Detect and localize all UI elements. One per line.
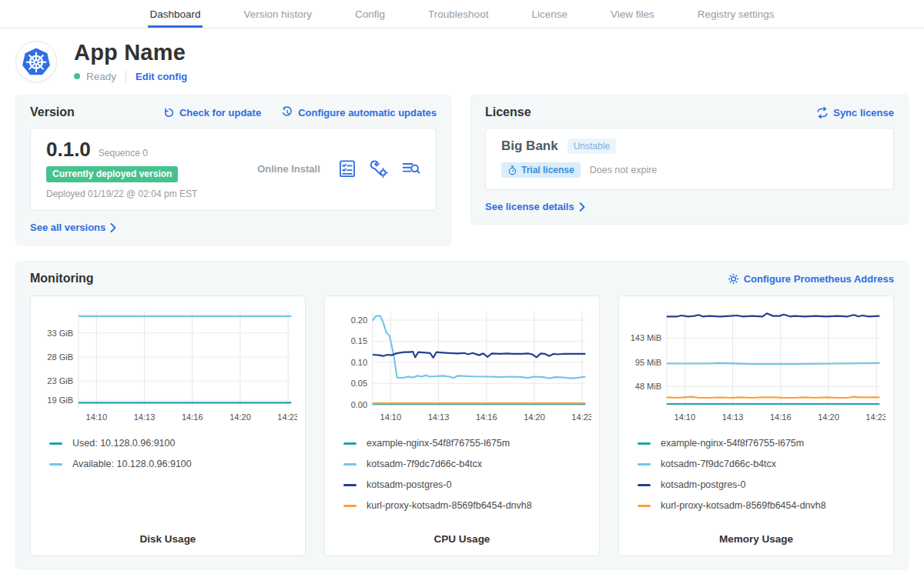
tab-license[interactable]: License <box>530 0 569 28</box>
svg-text:14:16: 14:16 <box>476 412 497 422</box>
legend-label: kotsadm-7f9dc7d66c-b4tcx <box>661 459 776 469</box>
chevron-right-icon <box>579 202 585 212</box>
status-text: Ready <box>86 71 116 82</box>
svg-text:14:10: 14:10 <box>675 412 696 422</box>
legend-item: Available: 10.128.0.96:9100 <box>49 459 297 469</box>
svg-text:14:10: 14:10 <box>86 412 108 422</box>
legend-item: kotsadm-7f9dc7d66c-b4tcx <box>343 459 591 469</box>
app-header: App Name Ready Edit config <box>0 28 924 93</box>
tab-registry-settings[interactable]: Registry settings <box>696 0 776 28</box>
disk-usage-chart-title: Disk Usage <box>38 533 297 545</box>
sync-license-link[interactable]: Sync license <box>816 107 894 118</box>
svg-text:14:16: 14:16 <box>770 412 792 422</box>
svg-text:14:13: 14:13 <box>722 412 744 422</box>
legend-label: kurl-proxy-kotsadm-8569fb6454-dnvh8 <box>367 500 532 511</box>
svg-text:14:20: 14:20 <box>524 412 545 422</box>
legend-item: example-nginx-54f8f76755-l675m <box>638 438 886 449</box>
legend-color-dash <box>638 442 651 445</box>
legend-label: kotsadm-postgres-0 <box>661 479 745 490</box>
svg-text:33 GiB: 33 GiB <box>47 329 73 338</box>
current-version-row: 0.1.0 Sequence 0 Currently deployed vers… <box>30 128 437 211</box>
svg-text:14:10: 14:10 <box>380 412 402 422</box>
legend-label: example-nginx-54f8f76755-l675m <box>661 438 804 449</box>
see-license-details-link[interactable]: See license details <box>485 201 585 212</box>
sync-license-label: Sync license <box>833 107 894 118</box>
svg-text:14:13: 14:13 <box>428 412 450 422</box>
legend-item: Used: 10.128.0.96:9100 <box>49 438 297 449</box>
check-for-update-link[interactable]: Check for update <box>163 106 261 118</box>
configure-prometheus-link[interactable]: Configure Prometheus Address <box>728 273 894 285</box>
currently-deployed-badge: Currently deployed version <box>46 166 178 182</box>
license-summary-row: Big Bank Unstable Trial license Does not… <box>485 128 894 190</box>
trial-license-label: Trial license <box>521 165 574 175</box>
preflight-checks-icon[interactable] <box>339 159 356 178</box>
disk-usage-chart-card: 14:1014:1314:1614:2014:2333 GiB28 GiB23 … <box>30 295 306 556</box>
status-dot <box>74 73 80 79</box>
svg-text:14:20: 14:20 <box>818 412 839 422</box>
legend-color-dash <box>49 463 62 466</box>
legend-item: kotsadm-7f9dc7d66c-b4tcx <box>638 459 886 469</box>
configure-prometheus-label: Configure Prometheus Address <box>744 273 894 285</box>
legend-label: kotsadm-postgres-0 <box>367 479 451 490</box>
cpu-usage-chart: 14:1014:1314:1614:2014:230.200.150.100.0… <box>333 305 591 427</box>
sync-icon <box>816 107 829 118</box>
tab-config[interactable]: Config <box>353 0 387 28</box>
tab-view-files[interactable]: View files <box>609 0 656 28</box>
legend-item: kotsadm-postgres-0 <box>343 479 591 490</box>
legend-item: kurl-proxy-kotsadm-8569fb6454-dnvh8 <box>638 500 886 511</box>
monitoring-section: Monitoring Configure Prometheus Address … <box>15 261 909 569</box>
config-wrench-icon[interactable] <box>370 159 388 178</box>
svg-text:14:23: 14:23 <box>277 412 297 422</box>
legend-label: example-nginx-54f8f76755-l675m <box>367 438 510 449</box>
edit-config-link[interactable]: Edit config <box>136 71 187 82</box>
see-all-versions-link[interactable]: See all versions <box>30 222 116 233</box>
version-card: Version Check for update Configure au <box>15 95 451 245</box>
version-sequence: Sequence 0 <box>99 148 148 159</box>
gear-icon <box>728 273 739 285</box>
svg-text:14:23: 14:23 <box>571 412 591 422</box>
svg-text:28 GiB: 28 GiB <box>47 352 73 362</box>
channel-badge: Unstable <box>567 138 616 154</box>
svg-text:48 MiB: 48 MiB <box>635 382 661 391</box>
legend-color-dash <box>343 484 357 486</box>
legend-item: kotsadm-postgres-0 <box>638 479 886 490</box>
svg-text:143 MiB: 143 MiB <box>631 333 661 342</box>
legend-color-dash <box>49 442 62 445</box>
legend-color-dash <box>638 505 651 507</box>
tab-dashboard[interactable]: Dashboard <box>148 0 202 28</box>
clock-refresh-icon <box>281 106 293 118</box>
configure-automatic-updates-label: Configure automatic updates <box>298 107 437 118</box>
stopwatch-icon <box>507 165 517 175</box>
svg-text:14:16: 14:16 <box>182 412 203 422</box>
version-card-title: Version <box>30 105 75 119</box>
legend-color-dash <box>638 463 651 466</box>
svg-text:0.05: 0.05 <box>351 379 367 388</box>
tab-version-history[interactable]: Version history <box>243 0 314 28</box>
svg-text:0.00: 0.00 <box>351 400 367 409</box>
monitoring-title: Monitoring <box>30 272 94 285</box>
deploy-logs-icon[interactable] <box>402 160 420 177</box>
license-card-title: License <box>485 105 531 119</box>
legend-item: example-nginx-54f8f76755-l675m <box>343 438 591 449</box>
kubernetes-logo-icon <box>15 41 57 82</box>
divider <box>126 71 126 82</box>
refresh-icon <box>163 107 175 118</box>
svg-text:14:23: 14:23 <box>865 412 886 422</box>
check-for-update-label: Check for update <box>179 107 261 118</box>
tab-troubleshoot[interactable]: Troubleshoot <box>427 0 490 28</box>
legend-item: kurl-proxy-kotsadm-8569fb6454-dnvh8 <box>343 500 591 511</box>
top-nav: DashboardVersion historyConfigTroublesho… <box>0 0 924 28</box>
legend-label: kurl-proxy-kotsadm-8569fb6454-dnvh8 <box>661 500 826 511</box>
legend-label: Available: 10.128.0.96:9100 <box>72 459 192 469</box>
see-all-versions-label: See all versions <box>30 222 105 233</box>
svg-text:23 GiB: 23 GiB <box>47 376 73 385</box>
chevron-right-icon <box>110 223 116 232</box>
configure-automatic-updates-link[interactable]: Configure automatic updates <box>281 106 437 118</box>
svg-text:19 GiB: 19 GiB <box>47 395 73 405</box>
cpu-usage-chart-card: 14:1014:1314:1614:2014:230.200.150.100.0… <box>324 295 600 556</box>
disk-usage-legend: Used: 10.128.0.96:9100Available: 10.128.… <box>49 438 297 529</box>
legend-color-dash <box>343 505 357 507</box>
license-card: License Sync license Big Bank Unstable <box>470 95 909 225</box>
install-type-label: Online Install <box>239 163 339 175</box>
legend-color-dash <box>343 442 357 445</box>
